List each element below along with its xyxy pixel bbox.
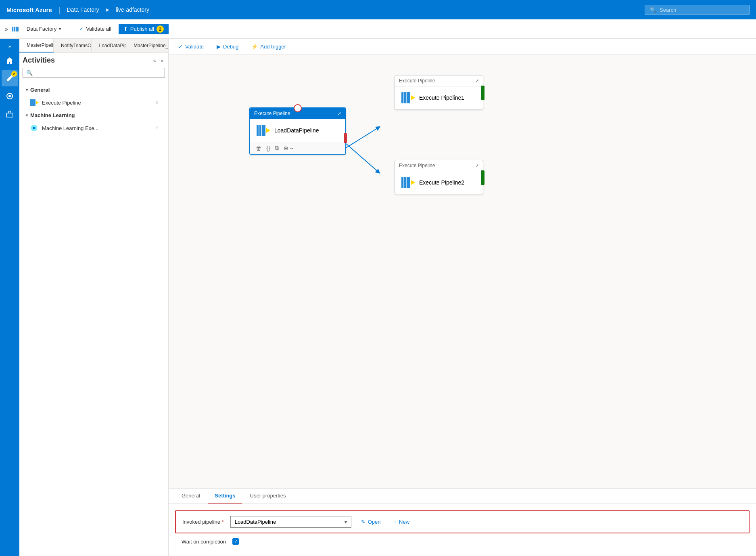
connector-2	[346, 128, 395, 176]
tab-mastercopy[interactable]: MasterPipeline_cop...	[126, 39, 168, 52]
activities-panel: MasterPipeline NotifyTeamsChann... LoadD…	[19, 39, 169, 556]
sidebar-item-home[interactable]	[2, 52, 18, 69]
debug-btn-label: Debug	[223, 44, 238, 50]
required-star: *	[222, 519, 224, 525]
copy-icon[interactable]: ⧉	[275, 145, 279, 151]
collapse-btn[interactable]: «	[152, 57, 158, 64]
activities-content: ▾ General Execute Pipeline ⠿ ▾ Machine L…	[19, 81, 168, 556]
expand-panel-btn[interactable]: »	[159, 57, 165, 64]
publish-icon: ⬆	[123, 26, 128, 32]
new-pipeline-btn[interactable]: + New	[390, 517, 413, 527]
external-link-icon[interactable]: ⤢	[338, 111, 341, 116]
ml-drag-handle[interactable]: ⠿	[156, 126, 159, 130]
status-green-bar-1	[481, 86, 485, 100]
author-badge: 2	[11, 71, 17, 77]
expand-btn[interactable]: »	[7, 42, 13, 51]
tab-master-pipeline[interactable]: MasterPipeline	[19, 39, 54, 52]
main-node-body: LoadDataPipeline	[250, 119, 345, 142]
activity-ml-execute[interactable]: Machine Learning Exe... ⠿	[23, 121, 165, 135]
wait-checkbox[interactable]: ✓	[232, 538, 239, 545]
search-input[interactable]	[660, 7, 744, 13]
canvas-area: ✓ Validate ▶ Debug ⚡ Add trigger Execute…	[169, 39, 756, 556]
main-layout: » 2	[0, 39, 756, 556]
category-general-label: General	[30, 87, 50, 93]
nav-sub-label: live-adfactory	[116, 6, 149, 13]
main-pipeline-node[interactable]: Execute Pipeline ⤢ LoadDataPipeline 🗑 {}	[249, 107, 346, 155]
tab-loaddata[interactable]: LoadDataPipeline	[92, 39, 126, 52]
activity-execute-pipeline[interactable]: Execute Pipeline ⠿	[23, 95, 165, 110]
add-trigger-btn[interactable]: ⚡ Add trigger	[248, 42, 289, 51]
validate-label: Validate all	[86, 26, 111, 32]
connect-icon[interactable]: ⊕→	[284, 145, 294, 151]
validate-icon: ✓	[79, 26, 84, 32]
category-general[interactable]: ▾ General	[23, 84, 165, 95]
delete-icon[interactable]: 🗑	[256, 145, 261, 151]
sidebar-item-author[interactable]: 2	[2, 70, 18, 86]
node2-label: Execute Pipeline1	[419, 94, 464, 101]
activities-search-input[interactable]: Execute pipeline	[35, 70, 161, 76]
svg-rect-28	[401, 92, 410, 103]
df-icon	[11, 25, 19, 33]
main-node-label: LoadDataPipeline	[274, 127, 319, 134]
toolbar-separator	[70, 24, 70, 34]
code-icon[interactable]: {}	[266, 145, 270, 151]
tab-notify-label: NotifyTeamsChann...	[61, 43, 92, 48]
category-ml[interactable]: ▾ Machine Learning	[23, 110, 165, 121]
bottom-tabs: General Settings User properties	[169, 489, 756, 504]
search-box[interactable]: 🔍	[645, 5, 750, 15]
new-btn-label: New	[399, 519, 409, 525]
node2-pipeline[interactable]: Execute Pipeline ⤢ Execute Pipeline1	[395, 75, 483, 109]
node2-ext-link-icon[interactable]: ⤢	[475, 78, 479, 84]
node3-label: Execute Pipeline2	[419, 179, 464, 186]
tab-general[interactable]: General	[175, 489, 207, 504]
svg-marker-25	[266, 128, 270, 133]
search-activities-icon: 🔍	[26, 70, 33, 76]
svg-line-27	[346, 144, 378, 172]
node3-body: Execute Pipeline2	[395, 171, 483, 194]
node-red-dot	[294, 104, 302, 112]
sidebar-item-monitor[interactable]	[2, 88, 18, 104]
sidebar-item-toolbox[interactable]	[2, 106, 18, 122]
category-ml-label: Machine Learning	[30, 112, 75, 118]
tab-general-label: General	[182, 493, 200, 499]
debug-btn[interactable]: ▶ Debug	[213, 42, 242, 51]
svg-rect-5	[6, 113, 13, 117]
nav-arrow: ▶	[106, 7, 109, 13]
status-red-bar	[344, 133, 347, 143]
open-pipeline-btn[interactable]: ✎ Open	[358, 517, 384, 527]
svg-marker-19	[36, 101, 39, 104]
tab-notify[interactable]: NotifyTeamsChann...	[54, 39, 92, 52]
svg-rect-32	[401, 177, 410, 188]
trigger-icon: ⚡	[251, 44, 258, 50]
open-btn-label: Open	[368, 519, 381, 525]
node-actions: 🗑 {} ⧉ ⊕→	[250, 142, 345, 154]
expand-sidebar-btn[interactable]: »	[5, 26, 8, 32]
tab-user-props-label: User properties	[250, 493, 286, 499]
df-label: Data Factory	[27, 26, 56, 32]
connector-1	[346, 124, 395, 172]
tab-settings[interactable]: Settings	[208, 489, 242, 504]
main-node-header-label: Execute Pipeline	[254, 111, 290, 116]
validate-btn[interactable]: ✓ Validate	[175, 42, 207, 51]
node3-header-label: Execute Pipeline	[399, 163, 435, 168]
activities-controls: « »	[152, 57, 165, 64]
activities-search-box[interactable]: 🔍 Execute pipeline	[23, 68, 165, 78]
df-dropdown-btn[interactable]: Data Factory ▾	[23, 24, 65, 34]
publish-all-btn[interactable]: ⬆ Publish all 2	[119, 24, 169, 34]
activities-title: Activities	[23, 56, 55, 65]
node3-pipeline[interactable]: Execute Pipeline ⤢ Execute Pipeline2	[395, 160, 483, 194]
pipeline-select-dropdown[interactable]: LoadDataPipeline ▾	[230, 516, 351, 528]
node2-header-label: Execute Pipeline	[399, 78, 435, 84]
svg-rect-22	[257, 125, 265, 136]
activities-header: Activities « »	[19, 53, 168, 66]
validate-check-icon: ✓	[178, 44, 183, 50]
svg-marker-35	[411, 180, 415, 185]
bottom-panel: General Settings User properties Invoked…	[169, 488, 756, 556]
validate-all-btn[interactable]: ✓ Validate all	[75, 24, 115, 34]
drag-handle[interactable]: ⠿	[156, 101, 159, 105]
execute-pipeline-label: Execute Pipeline	[42, 100, 81, 106]
nav-df-label[interactable]: Data Factory	[67, 6, 99, 13]
tab-user-properties[interactable]: User properties	[244, 489, 292, 504]
canvas-main: Execute Pipeline ⤢ LoadDataPipeline 🗑 {}	[169, 55, 756, 488]
node3-ext-link-icon[interactable]: ⤢	[475, 163, 479, 168]
